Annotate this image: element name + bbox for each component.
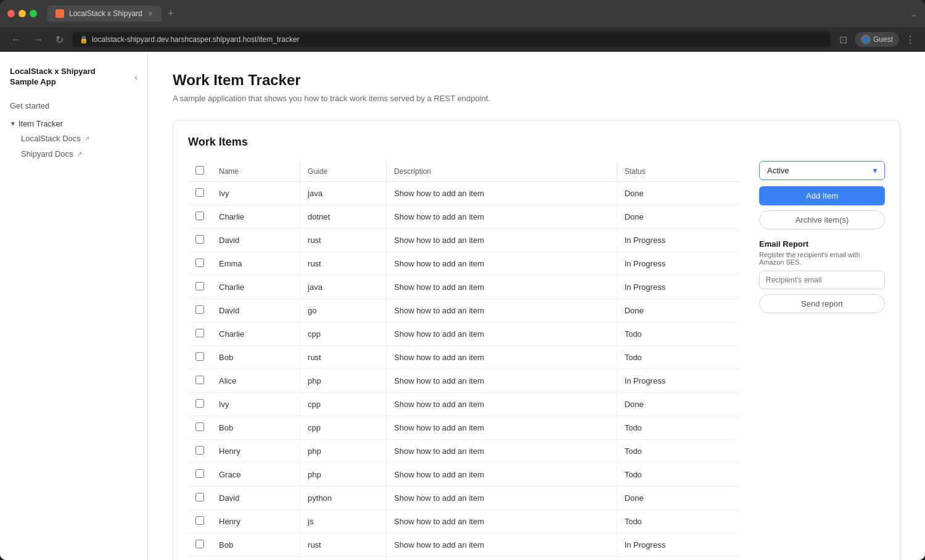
table-body: Ivy java Show how to add an item Done Ch… [188, 182, 739, 561]
row-checkbox-cell [188, 416, 212, 440]
row-description: Show how to add an item [387, 346, 617, 369]
sidebar-item-shipyard-docs[interactable]: Shipyard Docs ↗ [0, 146, 147, 162]
right-panel: Active Archived ▼ Add Item Archive item(… [749, 161, 885, 560]
row-checkbox-cell [188, 533, 212, 557]
row-checkbox[interactable] [195, 446, 204, 455]
tabs-dropdown-icon[interactable]: ⌄ [910, 9, 918, 19]
row-checkbox[interactable] [195, 422, 204, 431]
browser-menu-button[interactable]: ⋮ [903, 34, 918, 46]
recipient-email-input[interactable] [759, 271, 885, 289]
url-text: localstack-shipyard.dev.harshcasper.ship… [92, 35, 300, 44]
table-row: Henry php Show how to add an item Todo [188, 440, 739, 463]
row-status: Todo [617, 323, 739, 346]
table-row: David python Show how to add an item Don… [188, 487, 739, 510]
row-guide: php [300, 440, 387, 463]
row-description: Show how to add an item [387, 463, 617, 487]
row-checkbox[interactable] [195, 282, 204, 290]
table-row: Charlie java Show how to add an item In … [188, 276, 739, 299]
sidebar-header: LocalStack x Shipyard Sample App ‹ [0, 62, 147, 97]
panel-title: Work Items [188, 136, 885, 149]
active-tab[interactable]: LocalStack x Shipyard ✕ [47, 6, 162, 22]
sidebar: LocalStack x Shipyard Sample App ‹ Get s… [0, 52, 148, 560]
row-status: Done [617, 487, 739, 510]
row-description: Show how to add an item [387, 229, 617, 252]
new-tab-button[interactable]: + [164, 7, 178, 20]
browser-toolbar: ← → ↻ 🔒 localstack-shipyard.dev.harshcas… [0, 27, 925, 52]
profile-button[interactable]: 👤 Guest [855, 32, 899, 47]
app-title: LocalStack x Shipyard Sample App [10, 67, 96, 88]
reload-button[interactable]: ↻ [52, 31, 67, 48]
table-with-actions: Name Guide Description Status Ivy java S… [188, 161, 885, 560]
row-guide: dotnet [300, 205, 387, 229]
row-checkbox[interactable] [195, 516, 204, 525]
row-checkbox[interactable] [195, 399, 204, 408]
row-name: Bob [212, 416, 300, 440]
maximize-button[interactable] [30, 10, 37, 17]
row-status: In Progress [617, 533, 739, 557]
back-button[interactable]: ← [7, 31, 25, 47]
row-checkbox[interactable] [195, 376, 204, 384]
row-checkbox[interactable] [195, 235, 204, 244]
row-checkbox[interactable] [195, 469, 204, 478]
row-guide: java [300, 276, 387, 299]
status-filter-select[interactable]: Active Archived [759, 161, 885, 180]
sidebar-item-get-started[interactable]: Get started [0, 97, 147, 114]
work-items-panel: Work Items Name Guide [173, 120, 900, 560]
row-checkbox-cell [188, 252, 212, 276]
sidebar-collapse-button[interactable]: ‹ [134, 72, 138, 82]
row-checkbox-cell [188, 182, 212, 205]
row-checkbox[interactable] [195, 329, 204, 337]
external-link-icon: ↗ [84, 135, 89, 142]
table-row: Bob rust Show how to add an item In Prog… [188, 533, 739, 557]
table-row: Ivy java Show how to add an item Done [188, 182, 739, 205]
select-all-checkbox[interactable] [195, 166, 204, 175]
split-view-button[interactable]: ⊡ [836, 31, 851, 48]
row-checkbox[interactable] [195, 352, 204, 361]
profile-label: Guest [873, 35, 893, 44]
row-status: Todo [617, 416, 739, 440]
row-checkbox[interactable] [195, 212, 204, 220]
row-checkbox[interactable] [195, 540, 204, 548]
row-guide: rust [300, 533, 387, 557]
row-description: Show how to add an item [387, 440, 617, 463]
row-checkbox-cell [188, 323, 212, 346]
close-button[interactable] [7, 10, 15, 17]
row-status: Done [617, 393, 739, 416]
row-name: David [212, 299, 300, 323]
archive-items-button[interactable]: Archive item(s) [759, 210, 885, 229]
table-row: Charlie dotnet Show how to add an item D… [188, 205, 739, 229]
table-row: David go Show how to add an item Done [188, 299, 739, 323]
row-name: David [212, 229, 300, 252]
row-description: Show how to add an item [387, 533, 617, 557]
sidebar-section-item-tracker-header[interactable]: ▼ Item Tracker [0, 117, 147, 131]
external-link-icon: ↗ [77, 150, 82, 157]
row-checkbox[interactable] [195, 493, 204, 501]
row-checkbox-cell [188, 463, 212, 487]
tab-bar: LocalStack x Shipyard ✕ + [47, 6, 905, 22]
add-item-button[interactable]: Add Item [759, 186, 885, 205]
tab-close-button[interactable]: ✕ [147, 10, 153, 18]
col-header-checkbox [188, 161, 212, 182]
row-name: David [212, 487, 300, 510]
row-checkbox[interactable] [195, 258, 204, 267]
row-name: Charlie [212, 323, 300, 346]
row-guide: php [300, 369, 387, 393]
work-items-table: Name Guide Description Status Ivy java S… [188, 161, 739, 560]
row-name: Emma [212, 252, 300, 276]
minimize-button[interactable] [18, 10, 26, 17]
row-checkbox-cell [188, 557, 212, 561]
row-checkbox[interactable] [195, 305, 204, 314]
row-name: Bob [212, 346, 300, 369]
send-report-button[interactable]: Send report [759, 294, 885, 313]
lock-icon: 🔒 [80, 36, 88, 44]
table-scroll-container: Name Guide Description Status Ivy java S… [188, 161, 739, 560]
sidebar-item-localstack-docs[interactable]: LocalStack Docs ↗ [0, 131, 147, 146]
row-name: Henry [212, 510, 300, 533]
row-checkbox-cell [188, 346, 212, 369]
address-bar[interactable]: 🔒 localstack-shipyard.dev.harshcasper.sh… [72, 32, 831, 47]
table-row: David rust Show how to add an item In Pr… [188, 229, 739, 252]
row-status: Todo [617, 440, 739, 463]
row-checkbox[interactable] [195, 188, 204, 197]
row-description: Show how to add an item [387, 276, 617, 299]
forward-button[interactable]: → [30, 31, 47, 47]
